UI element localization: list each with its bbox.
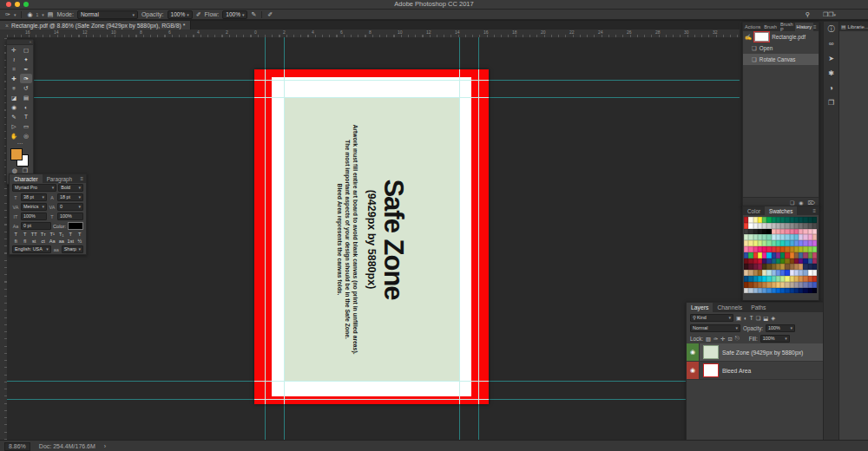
close-window-button[interactable]: [6, 2, 11, 7]
lock-all-icon[interactable]: ⎋: [735, 335, 740, 342]
opentype-feature-button[interactable]: 1st: [67, 239, 75, 244]
guide-vertical[interactable]: [265, 69, 266, 404]
guide-vertical[interactable]: [459, 69, 460, 404]
type-tool[interactable]: T: [20, 112, 32, 121]
tab-layers[interactable]: Layers: [687, 303, 713, 312]
color-swatch[interactable]: [812, 252, 817, 258]
export-icon[interactable]: ❐: [824, 95, 838, 110]
font-size-field[interactable]: 38 pt▾: [21, 193, 47, 201]
language-select[interactable]: English: USA▾: [12, 245, 51, 253]
opentype-feature-button[interactable]: fl: [22, 239, 30, 244]
blur-tool[interactable]: ◉: [8, 102, 20, 112]
tab-brush-presets[interactable]: Brush P: [779, 23, 795, 31]
move-tool[interactable]: ✛: [8, 45, 20, 55]
layer-row-safe-zone[interactable]: ◉ Safe Zone (9429px by 5880px): [687, 343, 836, 362]
zoom-level-field[interactable]: 8.86%: [4, 442, 30, 451]
new-snapshot-icon[interactable]: ◉: [799, 199, 803, 206]
eraser-tool[interactable]: ◪: [8, 93, 20, 102]
color-swatch[interactable]: [812, 258, 817, 265]
color-swatch[interactable]: [812, 229, 817, 235]
lock-artboard-icon[interactable]: ⊡: [728, 336, 733, 342]
history-snapshot-row[interactable]: ✍ Rectangle.pdf: [743, 31, 819, 42]
more-tools-icon[interactable]: ⋯: [7, 141, 33, 147]
type-style-button[interactable]: T₁: [58, 232, 66, 237]
workspace-switcher-icon[interactable]: ❐❐▾: [823, 11, 836, 18]
document-tab[interactable]: × Rectangle.pdf @ 8.86% (Safe Zone (9429…: [0, 21, 191, 29]
blend-mode-select[interactable]: Normal▾: [690, 324, 740, 332]
maximize-window-button[interactable]: [23, 2, 29, 7]
tab-actions[interactable]: Actions: [743, 23, 762, 31]
lock-pixels-icon[interactable]: ✑: [713, 336, 718, 342]
history-step-open[interactable]: ❏ Open: [743, 42, 819, 54]
airbrush-icon[interactable]: ✎: [251, 11, 256, 18]
type-style-button[interactable]: T: [67, 232, 75, 237]
minimize-window-button[interactable]: [15, 2, 20, 7]
close-tab-icon[interactable]: ×: [5, 23, 9, 29]
type-style-button[interactable]: T: [76, 232, 84, 237]
delete-state-icon[interactable]: ⌦: [808, 199, 815, 206]
marquee-tool[interactable]: ▢: [20, 45, 32, 55]
actions-icon[interactable]: ➤: [824, 51, 838, 66]
guide-horizontal[interactable]: [254, 381, 489, 382]
color-swatch[interactable]: [812, 282, 817, 288]
info-icon[interactable]: ⓘ: [824, 22, 838, 36]
properties-icon[interactable]: ✱: [824, 66, 838, 81]
color-swatch[interactable]: [812, 276, 817, 282]
hand-tool[interactable]: ✋: [8, 131, 20, 141]
adjustments-icon[interactable]: ◑: [824, 81, 838, 95]
font-family-select[interactable]: Myriad Pro▾: [12, 184, 56, 192]
tab-paragraph[interactable]: Paragraph: [43, 174, 76, 183]
text-color-swatch[interactable]: [68, 222, 83, 230]
color-swatch[interactable]: [812, 288, 817, 294]
layer-fill-field[interactable]: 100%▾: [760, 335, 790, 343]
color-swatch[interactable]: [812, 264, 817, 270]
opentype-feature-button[interactable]: st: [30, 239, 38, 244]
healing-brush-tool[interactable]: ✚: [8, 74, 20, 83]
type-style-button[interactable]: T: [22, 232, 30, 237]
tab-history[interactable]: History: [795, 23, 813, 31]
opentype-feature-button[interactable]: ct: [40, 239, 48, 244]
type-style-button[interactable]: TT: [30, 232, 38, 237]
gradient-tool[interactable]: ▤: [20, 93, 32, 102]
tab-channels[interactable]: Channels: [713, 303, 746, 312]
font-style-select[interactable]: Bold▾: [58, 184, 83, 192]
tab-brush[interactable]: Brush: [762, 23, 779, 31]
filter-pixel-icon[interactable]: ▣: [736, 315, 741, 321]
tracking-field[interactable]: 0▾: [57, 203, 83, 211]
lock-transparency-icon[interactable]: ▨: [706, 336, 711, 342]
tab-color[interactable]: Color: [743, 206, 765, 215]
horizontal-scale-field[interactable]: 100%: [57, 212, 83, 220]
color-swatch[interactable]: [812, 246, 817, 252]
filter-adjustment-icon[interactable]: ◐: [744, 315, 747, 321]
panel-menu-icon[interactable]: ≡: [813, 23, 819, 31]
opentype-feature-button[interactable]: Aa: [49, 239, 56, 244]
color-swatch[interactable]: [812, 270, 817, 276]
color-swatch[interactable]: [812, 217, 817, 223]
layer-visibility-eye-icon[interactable]: ◉: [687, 343, 700, 361]
tab-paths[interactable]: Paths: [746, 303, 770, 312]
filter-pin-icon[interactable]: ◈: [771, 315, 775, 321]
mode-select[interactable]: Normal▾: [77, 10, 138, 19]
foreground-color[interactable]: [10, 148, 23, 160]
layer-name[interactable]: Bleed Area: [722, 368, 751, 374]
opentype-feature-button[interactable]: ½: [76, 239, 84, 244]
guide-horizontal[interactable]: [254, 97, 489, 98]
kerning-field[interactable]: Metrics▾: [21, 203, 47, 211]
guide-horizontal[interactable]: [254, 80, 489, 81]
lasso-tool[interactable]: ≀: [8, 55, 20, 64]
filter-type-icon[interactable]: T: [750, 315, 753, 321]
tab-character[interactable]: Character: [10, 174, 43, 183]
opacity-select[interactable]: 100%▾: [168, 10, 193, 19]
status-chevron-icon[interactable]: ›: [104, 443, 106, 449]
type-style-button[interactable]: T: [12, 232, 20, 237]
guide-horizontal[interactable]: [254, 399, 489, 400]
history-source-icon[interactable]: ✍: [745, 34, 752, 41]
leading-field[interactable]: 18 pt▾: [57, 193, 83, 201]
layer-thumbnail[interactable]: [703, 345, 719, 359]
path-selection-tool[interactable]: ▷: [8, 121, 20, 131]
brush-tool[interactable]: ✑: [20, 74, 32, 83]
toggle-brush-panel-icon[interactable]: ▤: [48, 11, 54, 18]
type-style-button[interactable]: Tᴛ: [40, 232, 48, 237]
baseline-field[interactable]: 0 pt: [21, 222, 51, 230]
color-swatch[interactable]: [812, 223, 817, 229]
